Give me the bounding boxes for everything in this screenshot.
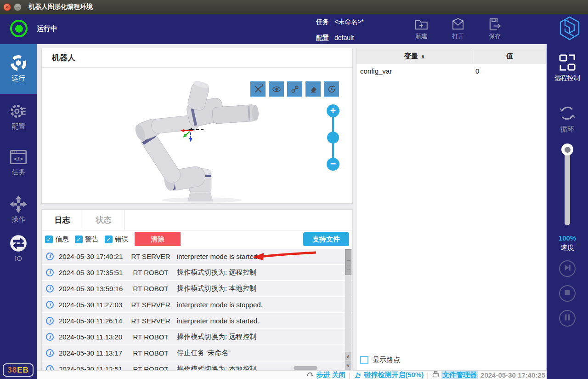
new-task-button[interactable]: 新建 (408, 17, 435, 40)
running-status-label: 运行中 (37, 24, 57, 33)
sidebar-item-label: 操作 (0, 215, 37, 224)
checkbox-checked-icon (75, 235, 83, 243)
collision-robot-icon (354, 370, 362, 379)
log-source: RT ROBOT (129, 285, 173, 293)
variable-name: config_var (356, 67, 473, 75)
loop-label: 循环 (547, 125, 588, 134)
filter-warning-label: 警告 (85, 235, 99, 244)
filter-info-checkbox[interactable]: 信息 (45, 235, 69, 244)
save-task-button[interactable]: 保存 (481, 17, 508, 40)
scroll-down-button[interactable]: ∨ (345, 361, 351, 370)
separator: | (349, 371, 351, 379)
tab-status[interactable]: 状态 (83, 210, 124, 230)
log-controls: 信息 警告 错误 清除 支持文件 (42, 230, 352, 248)
path-nodes-button[interactable] (287, 81, 302, 97)
io-arrows-icon (0, 234, 37, 253)
zoom-out-button[interactable]: − (327, 158, 339, 171)
log-row[interactable]: i 2024-05-30 17:40:21 RT SERVER interpre… (42, 249, 352, 264)
log-list: i 2024-05-30 17:40:21 RT SERVER interpre… (42, 249, 352, 370)
filter-error-label: 错误 (115, 235, 129, 244)
loop-button[interactable]: 循环 (547, 103, 588, 134)
config-value: default (334, 34, 354, 41)
log-row[interactable]: i 2024-05-30 11:26:14 RT SERVER interpre… (42, 313, 352, 328)
support-file-button[interactable]: 支持文件 (303, 232, 349, 246)
robot-3d-panel: 机器人 (41, 48, 353, 204)
filter-warning-checkbox[interactable]: 警告 (75, 235, 99, 244)
sidebar-item-task[interactable]: </> 任务 (0, 147, 37, 177)
log-row[interactable]: i 2024-05-30 11:27:03 RT SERVER interpre… (42, 297, 352, 312)
log-message: 操作模式切换为: 远程控制 (177, 268, 256, 277)
info-icon: i (46, 269, 54, 276)
log-panel: 日志 状态 信息 警告 错误 清除 支持文件 i 2024-05-30 17:4… (41, 209, 353, 371)
zoom-slider-handle[interactable] (327, 132, 339, 144)
stop-icon (564, 289, 571, 298)
log-row[interactable]: i 2024-05-30 11:13:17 RT ROBOT 停止任务 '未命名… (42, 345, 352, 361)
window-close-icon[interactable]: ✕ (3, 3, 11, 11)
robot-panel-title: 机器人 (42, 48, 352, 68)
separator: | (427, 371, 429, 379)
app-header: 运行中 任务<未命名>* 配置default 新建 打开 保存 (0, 14, 588, 44)
speed-slider-handle[interactable] (561, 144, 573, 155)
file-manager-icon (432, 370, 440, 379)
robot-3d-viewport[interactable]: + − (42, 68, 352, 203)
tab-log[interactable]: 日志 (42, 210, 83, 230)
log-row[interactable]: i 2024-05-30 11:13:20 RT ROBOT 操作模式切换为: … (42, 329, 352, 345)
task-value: <未命名>* (334, 18, 364, 25)
speed-slider-track[interactable] (565, 146, 570, 225)
remote-control-button[interactable]: 远程控制 (547, 53, 588, 82)
task-field: 任务<未命名>* (316, 18, 364, 26)
window-minimize-icon[interactable]: — (14, 3, 22, 11)
eye-button[interactable] (269, 81, 284, 97)
collision-detect-status[interactable]: 碰撞检测开启(50%) (354, 370, 424, 379)
log-time: 2024-05-30 11:26:14 (59, 317, 129, 325)
open-task-button[interactable]: 打开 (445, 17, 471, 40)
show-waypoints-label: 显示路点 (373, 356, 400, 364)
sidebar-item-io[interactable]: IO (0, 234, 37, 262)
log-row[interactable]: i 2024-05-30 17:35:51 RT ROBOT 操作模式切换为: … (42, 265, 352, 280)
log-message: interpreter mode is started. (177, 253, 259, 260)
info-icon: i (46, 333, 54, 341)
pause-button[interactable] (559, 310, 576, 327)
log-message: 操作模式切换为: 远程控制 (177, 333, 256, 341)
show-waypoints-checkbox[interactable]: 显示路点 (360, 356, 400, 364)
log-source: RT ROBOT (129, 349, 173, 357)
variable-row[interactable]: config_var 0 (356, 63, 546, 78)
sidebar-item-run[interactable]: 运行 (0, 44, 37, 94)
log-horizontal-scrollbar-thumb[interactable] (294, 366, 317, 370)
column-header-variable[interactable]: 变量∧ (356, 48, 473, 63)
right-sidebar: 远程控制 循环 100% 速度 (547, 44, 588, 379)
stop-button[interactable] (559, 285, 576, 302)
info-icon: i (46, 253, 54, 260)
info-icon: i (46, 317, 54, 325)
run-target-icon (0, 53, 37, 73)
log-time: 2024-05-30 11:13:17 (59, 349, 129, 357)
speed-label: 速度 (547, 243, 588, 252)
eraser-button[interactable] (305, 81, 321, 97)
log-source: RT SERVER (129, 301, 173, 309)
log-row[interactable]: i 2024-05-30 13:59:16 RT ROBOT 操作模式切换为: … (42, 281, 352, 296)
step-next-button[interactable] (559, 260, 576, 277)
variables-panel: 变量∧ 值 config_var 0 显示路点 (356, 48, 547, 371)
log-message: 操作模式切换为: 本地控制 (177, 284, 256, 293)
filter-error-checkbox[interactable]: 错误 (105, 235, 129, 244)
pause-icon (564, 314, 571, 323)
file-manager-button[interactable]: 文件管理器 (432, 370, 478, 379)
clear-log-button[interactable]: 清除 (135, 232, 181, 246)
log-time: 2024-05-30 11:13:20 (59, 333, 129, 341)
column-header-value[interactable]: 值 (473, 48, 546, 63)
log-time: 2024-05-30 11:27:03 (59, 301, 129, 309)
log-source: RT ROBOT (129, 269, 173, 276)
tools-button[interactable] (250, 81, 266, 97)
variables-header: 变量∧ 值 (356, 48, 546, 63)
step-mode-status[interactable]: 步进 关闭 (306, 371, 345, 379)
sidebar-item-config[interactable]: 配置 (0, 102, 37, 131)
zoom-in-button[interactable]: + (327, 104, 339, 117)
log-scrollbar-thumb[interactable] (345, 249, 351, 275)
sidebar-item-label: IO (0, 254, 37, 262)
scroll-up-button[interactable]: ∧ (345, 352, 351, 361)
reset-view-button[interactable] (324, 81, 339, 97)
remote-control-label: 远程控制 (547, 74, 588, 82)
window-title: 机器人图形化编程环境 (28, 3, 93, 11)
sidebar-item-jog[interactable]: 操作 (0, 195, 37, 224)
log-scrollbar-track[interactable] (345, 249, 351, 352)
